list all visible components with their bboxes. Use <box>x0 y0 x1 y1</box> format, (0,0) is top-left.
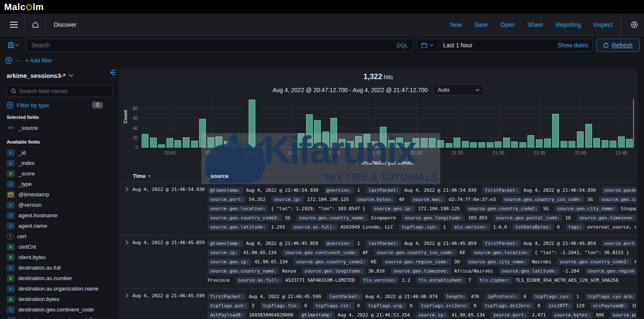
collapse-sidebar-icon[interactable] <box>109 69 116 75</box>
histogram-bar[interactable] <box>322 131 329 147</box>
histogram-bar[interactable] <box>593 138 600 147</box>
field-item-_index[interactable]: t_index <box>7 158 113 168</box>
time-range-value[interactable]: Last 1 hour <box>443 42 473 49</box>
histogram-bar[interactable] <box>610 141 616 147</box>
field-item-@version[interactable]: t@version <box>7 200 113 210</box>
field-item-_type[interactable]: t_type <box>7 179 113 189</box>
query-language-button[interactable]: DQL <box>397 42 408 49</box>
histogram-bar[interactable] <box>511 141 518 147</box>
histogram-bar[interactable] <box>166 138 173 147</box>
nav-link-reporting[interactable]: Reporting <box>556 21 581 28</box>
histogram-bar[interactable] <box>602 140 608 147</box>
histogram-bar[interactable] <box>413 138 419 147</box>
expand-row-button[interactable] <box>119 185 132 232</box>
column-header-time[interactable]: Time ▼ <box>133 173 151 179</box>
field-item-certCnt[interactable]: #certCnt <box>7 242 113 252</box>
histogram-bar[interactable] <box>224 141 231 147</box>
date-picker-calendar-button[interactable] <box>421 42 438 48</box>
histogram-bar[interactable] <box>527 135 534 147</box>
nav-link-share[interactable]: Share <box>527 21 543 28</box>
histogram-bar[interactable] <box>208 137 214 147</box>
histogram-bar[interactable] <box>298 133 304 147</box>
histogram-bar[interactable] <box>199 119 206 147</box>
field-item-destination.bytes[interactable]: #destination.bytes <box>7 294 113 304</box>
histogram-bar[interactable] <box>470 142 477 147</box>
histogram-bar[interactable] <box>618 136 625 147</box>
histogram-bar[interactable] <box>478 142 485 147</box>
histogram-bar[interactable] <box>544 139 551 147</box>
histogram-bar[interactable] <box>232 144 239 147</box>
search-input[interactable]: Search DQL <box>26 39 413 52</box>
index-pattern-switcher[interactable]: arkime_sessions3-* <box>7 72 113 79</box>
histogram-bar[interactable] <box>240 144 247 147</box>
histogram-bar[interactable] <box>626 139 633 147</box>
histogram-bar[interactable] <box>150 138 157 147</box>
field-item-client.bytes[interactable]: #client.bytes <box>7 252 113 262</box>
histogram-bar[interactable] <box>347 141 354 147</box>
histogram-bar[interactable] <box>519 142 526 147</box>
histogram-bar[interactable] <box>396 138 403 147</box>
home-button[interactable] <box>27 17 43 33</box>
menu-button[interactable] <box>6 17 22 33</box>
histogram-bar[interactable] <box>462 141 469 147</box>
add-filter-button[interactable]: + Add filter <box>26 57 52 64</box>
histogram-bar[interactable] <box>158 144 165 147</box>
histogram-bar[interactable] <box>364 134 370 147</box>
field-item-_id[interactable]: t_id <box>7 147 113 158</box>
histogram-bar[interactable] <box>339 139 345 147</box>
field-item-destination.as.number[interactable]: #destination.as.number <box>7 273 113 283</box>
histogram-bar[interactable] <box>561 141 567 147</box>
histogram-bar[interactable] <box>371 141 378 147</box>
saved-query-menu-button[interactable] <box>4 39 23 52</box>
histogram-bar[interactable] <box>306 114 313 147</box>
field-item-cert[interactable]: ?cert <box>7 231 113 242</box>
nav-link-open[interactable]: Open <box>501 21 515 28</box>
expand-row-button[interactable] <box>119 292 132 319</box>
field-item-destination.as.organization.name[interactable]: tdestination.as.organization.name <box>7 283 113 294</box>
field-item-@timestamp[interactable]: @timestamp <box>7 189 113 200</box>
histogram-bar[interactable] <box>405 142 411 147</box>
field-item-_score[interactable]: #_score <box>7 168 113 179</box>
field-item-destination.as.full[interactable]: tdestination.as.full <box>7 262 113 273</box>
field-item-destination.geo.continent_code[interactable]: tdestination.geo.continent_code <box>7 304 113 315</box>
histogram-bar[interactable] <box>446 143 452 147</box>
histogram-bar[interactable] <box>421 138 428 147</box>
refresh-button[interactable]: Refresh <box>596 39 640 52</box>
field-item-destination.geo.country_code2[interactable]: tdestination.geo.country_code2 <box>7 315 113 319</box>
histogram-bar[interactable] <box>216 136 222 147</box>
histogram-bar[interactable] <box>183 137 190 147</box>
field-search-input[interactable]: Search field names <box>7 85 113 97</box>
histogram-bar[interactable] <box>380 127 387 147</box>
histogram-bar[interactable] <box>495 141 501 147</box>
histogram-bar[interactable] <box>536 139 543 147</box>
histogram-bar[interactable] <box>142 134 148 147</box>
interval-select[interactable]: Auto <box>434 84 484 95</box>
histogram-bar[interactable] <box>437 140 444 147</box>
histogram-bar[interactable] <box>249 100 255 147</box>
nav-link-save[interactable]: Save <box>475 21 488 28</box>
histogram-bar[interactable] <box>355 136 362 147</box>
histogram-bar[interactable] <box>191 141 198 147</box>
field-item-agent.name[interactable]: tagent.name <box>7 221 113 231</box>
nav-link-inspect[interactable]: Inspect <box>594 21 613 28</box>
histogram-bar[interactable] <box>330 118 337 147</box>
expand-row-button[interactable] <box>119 239 132 285</box>
histogram-bar[interactable] <box>314 120 321 147</box>
histogram-bar[interactable] <box>174 140 181 147</box>
field-item-_source[interactable]: </> _source <box>7 123 113 133</box>
histogram-bar[interactable] <box>429 138 436 147</box>
help-button[interactable] <box>631 21 638 28</box>
histogram-bar[interactable] <box>569 141 575 147</box>
histogram-bar[interactable] <box>487 142 493 147</box>
histogram-bar[interactable] <box>454 138 460 147</box>
histogram-bar[interactable] <box>503 138 510 147</box>
filter-by-type-button[interactable]: Filter by type 0 <box>7 102 113 108</box>
show-dates-button[interactable]: Show dates <box>558 42 588 49</box>
histogram-bar[interactable] <box>552 114 559 147</box>
field-item-agent.hostname[interactable]: tagent.hostname <box>7 210 113 221</box>
histogram-bar[interactable] <box>585 124 592 147</box>
histogram-bar[interactable] <box>257 147 263 147</box>
histogram-bar[interactable] <box>577 131 584 147</box>
nav-link-new[interactable]: New <box>450 21 462 28</box>
histogram-bar[interactable] <box>388 140 395 147</box>
